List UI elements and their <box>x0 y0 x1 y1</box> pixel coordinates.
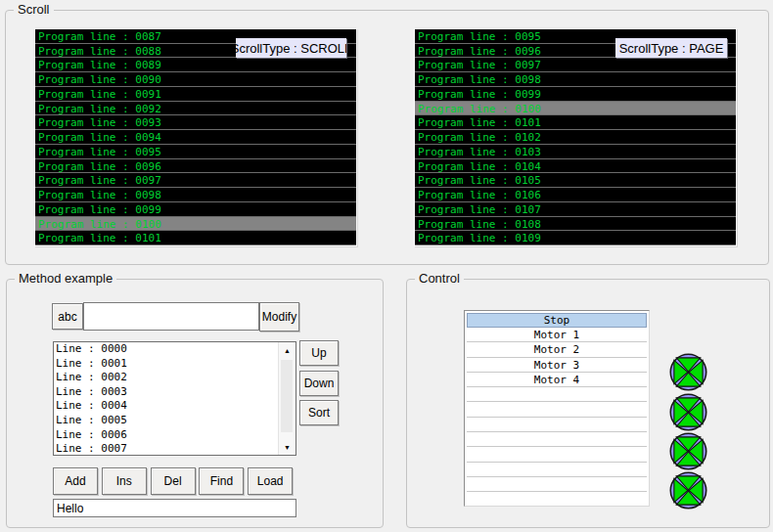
line-row[interactable]: Line : 0000 <box>54 342 278 357</box>
program-line-row[interactable]: Program line : 0098 <box>35 188 356 202</box>
program-line-row[interactable]: Program line : 0105 <box>415 173 736 188</box>
program-line-row[interactable]: Program line : 0096 <box>35 159 356 174</box>
table-row-text: Motor 3 <box>534 359 579 372</box>
table-row-text: Motor 2 <box>534 343 579 356</box>
del-button[interactable]: Del <box>151 467 196 495</box>
program-line-text: Program line : 0089 <box>38 59 161 71</box>
program-line-text: Program line : 0105 <box>418 174 541 187</box>
motor-table[interactable]: Stop Motor 1 Motor 2 Motor 3 <box>464 310 650 507</box>
program-line-row[interactable]: Program line : 0102 <box>415 130 736 145</box>
program-line-text: Program line : 0099 <box>38 203 161 216</box>
line-row[interactable]: Line : 0004 <box>54 399 278 414</box>
table-row[interactable] <box>467 402 647 417</box>
program-line-text: Program line : 0100 <box>38 218 161 231</box>
listbox-scrollbar[interactable]: ▲ ▼ <box>278 342 296 455</box>
abc-button[interactable]: abc <box>52 303 83 330</box>
hello-input[interactable] <box>53 499 296 517</box>
line-row-text: Line : 0004 <box>56 399 127 412</box>
table-row[interactable] <box>467 463 647 477</box>
scrolltype-page-text: ScrollType : PAGE <box>619 41 724 56</box>
program-line-row[interactable]: Program line : 0089 <box>35 58 356 72</box>
table-row[interactable]: Motor 2 <box>467 342 647 357</box>
program-line-text: Program line : 0095 <box>38 146 161 158</box>
program-line-row[interactable]: Program line : 0094 <box>35 130 356 145</box>
table-row[interactable] <box>467 447 647 462</box>
program-line-text: Program line : 0106 <box>418 189 541 201</box>
motor-table-rows: Motor 1 Motor 2 Motor 3 Motor 4 <box>467 328 647 507</box>
table-row[interactable] <box>467 387 647 402</box>
program-line-row[interactable]: Program line : 0097 <box>35 173 356 188</box>
program-line-text: Program line : 0107 <box>418 203 541 216</box>
program-line-text: Program line : 0098 <box>38 189 161 201</box>
program-line-row[interactable]: Program line : 0101 <box>35 231 356 245</box>
program-line-row[interactable]: Program line : 0092 <box>35 102 356 116</box>
program-line-row[interactable]: Program line : 0107 <box>415 202 736 217</box>
line-row-text: Line : 0001 <box>56 357 127 370</box>
table-row-text: Motor 4 <box>534 374 579 386</box>
scrollbar-down-button[interactable]: ▼ <box>279 439 296 455</box>
program-line-text: Program line : 0101 <box>38 232 161 244</box>
table-row[interactable] <box>467 432 647 447</box>
line-row[interactable]: Line : 0005 <box>54 414 278 428</box>
control-groupbox: Control Stop Motor 1 Motor 2 Motor 3 <box>406 279 770 528</box>
scrollbar-thumb[interactable] <box>281 360 293 432</box>
program-line-row[interactable]: Program line : 0100 <box>415 102 736 116</box>
program-line-text: Program line : 0087 <box>38 30 161 43</box>
table-row[interactable] <box>467 492 647 507</box>
modify-input[interactable] <box>83 302 259 331</box>
program-line-row[interactable]: Program line : 0104 <box>415 159 736 174</box>
program-line-row[interactable]: Program line : 0103 <box>415 145 736 159</box>
line-row[interactable]: Line : 0003 <box>54 385 278 400</box>
table-row[interactable] <box>467 477 647 492</box>
sort-button[interactable]: Sort <box>299 400 339 425</box>
program-line-row[interactable]: Program line : 0090 <box>35 72 356 87</box>
application-window: Scroll ScrollType : SCROLL Program line … <box>0 0 773 532</box>
program-line-row[interactable]: Program line : 0101 <box>415 115 736 130</box>
load-button[interactable]: Load <box>248 467 293 495</box>
stop-header[interactable]: Stop <box>467 313 647 328</box>
ins-button[interactable]: Ins <box>102 467 147 495</box>
program-line-row[interactable]: Program line : 0091 <box>35 87 356 102</box>
table-row[interactable]: Motor 4 <box>467 373 647 387</box>
fan-svg <box>669 471 707 510</box>
program-line-text: Program line : 0101 <box>418 116 541 129</box>
program-list-page[interactable]: ScrollType : PAGE Program line : 0095 Pr… <box>414 28 737 246</box>
add-button[interactable]: Add <box>53 467 98 495</box>
scrollbar-up-button[interactable]: ▲ <box>279 342 296 358</box>
down-button[interactable]: Down <box>299 371 339 396</box>
program-line-text: Program line : 0091 <box>38 88 161 101</box>
fan-icon-1 <box>669 353 707 391</box>
table-row[interactable]: Motor 3 <box>467 358 647 373</box>
program-line-text: Program line : 0096 <box>38 160 161 173</box>
program-line-row[interactable]: Program line : 0099 <box>415 87 736 102</box>
program-line-row[interactable]: Program line : 0108 <box>415 217 736 232</box>
line-row[interactable]: Line : 0001 <box>54 357 278 372</box>
up-button[interactable]: Up <box>299 340 339 366</box>
program-line-row[interactable]: Program line : 0099 <box>35 202 356 217</box>
scrolltype-scroll-label: ScrollType : SCROLL <box>236 38 346 58</box>
program-list-scroll[interactable]: ScrollType : SCROLL Program line : 0087 … <box>34 28 357 246</box>
line-row[interactable]: Line : 0006 <box>54 428 278 443</box>
program-line-row[interactable]: Program line : 0095 <box>35 145 356 159</box>
line-row[interactable]: Line : 0002 <box>54 371 278 385</box>
table-row[interactable] <box>467 418 647 432</box>
program-line-row[interactable]: Program line : 0106 <box>415 188 736 202</box>
method-group-title: Method example <box>15 271 116 286</box>
program-line-row[interactable]: Program line : 0093 <box>35 115 356 130</box>
table-row[interactable]: Motor 1 <box>467 328 647 342</box>
line-listbox[interactable]: Line : 0000 Line : 0001 Line : 0002 Line… <box>53 341 296 456</box>
find-button[interactable]: Find <box>199 467 244 495</box>
line-row[interactable]: Line : 0007 <box>54 442 278 455</box>
program-line-text: Program line : 0095 <box>418 30 541 43</box>
program-line-row[interactable]: Program line : 0098 <box>415 72 736 87</box>
program-line-text: Program line : 0096 <box>418 45 541 58</box>
scrolltype-scroll-text: ScrollType : SCROLL <box>236 41 346 56</box>
program-line-text: Program line : 0093 <box>38 116 161 129</box>
program-line-text: Program line : 0088 <box>38 45 161 58</box>
program-line-row[interactable]: Program line : 0109 <box>415 231 736 245</box>
program-line-text: Program line : 0104 <box>418 160 541 173</box>
program-line-row[interactable]: Program line : 0097 <box>415 58 736 72</box>
modify-button[interactable]: Modify <box>259 302 299 332</box>
program-line-row[interactable]: Program line : 0100 <box>35 217 356 232</box>
line-row-text: Line : 0000 <box>56 342 127 355</box>
